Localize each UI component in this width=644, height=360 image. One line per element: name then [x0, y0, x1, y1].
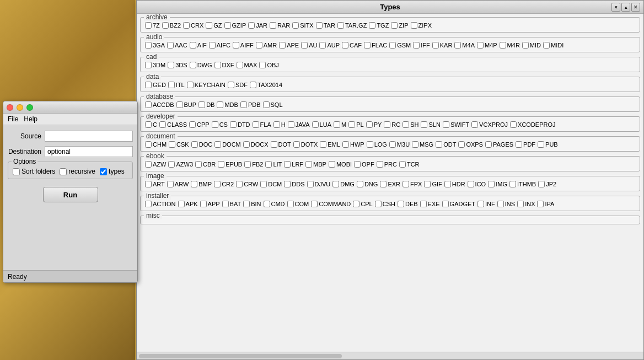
checkbox-epub[interactable]	[218, 161, 224, 168]
label-zipx[interactable]: ZIPX	[418, 22, 432, 29]
label-aifc[interactable]: AIFC	[217, 42, 230, 49]
label-7z[interactable]: 7Z	[153, 22, 160, 29]
types-label[interactable]: types	[100, 168, 125, 175]
label-ico[interactable]: ICO	[475, 181, 486, 187]
checkbox-mid[interactable]	[522, 42, 529, 49]
checkbox-sitx[interactable]	[292, 22, 299, 29]
checkbox-flac[interactable]	[364, 42, 371, 49]
checkbox-bat[interactable]	[222, 201, 229, 207]
label-cbr[interactable]: CBR	[203, 161, 216, 168]
label-java[interactable]: JAVA	[296, 121, 310, 128]
label-max[interactable]: MAX	[244, 62, 257, 68]
label-inf[interactable]: INF	[485, 201, 495, 207]
checkbox-midi[interactable]	[543, 42, 550, 49]
label-mdb[interactable]: MDB	[224, 101, 238, 108]
label-kar[interactable]: KAR	[440, 42, 453, 49]
label-csk[interactable]: CSK	[176, 141, 189, 148]
checkbox-gadget[interactable]	[442, 201, 449, 207]
checkbox-iff[interactable]	[413, 42, 420, 49]
checkbox-art[interactable]	[145, 181, 152, 187]
checkbox-pub[interactable]	[538, 141, 544, 148]
label-tar.gz[interactable]: TAR.GZ	[345, 22, 367, 29]
label-jar[interactable]: JAR	[256, 22, 267, 29]
checkbox-exr[interactable]	[380, 181, 387, 187]
label-csh[interactable]: CSH	[383, 201, 395, 207]
checkbox-keychain[interactable]	[187, 82, 194, 88]
checkbox-vcxproj[interactable]	[471, 121, 478, 128]
checkbox-itl[interactable]	[168, 82, 175, 88]
checkbox-crx[interactable]	[183, 22, 190, 29]
checkbox-xcodeproj[interactable]	[510, 121, 517, 128]
checkbox-gif[interactable]	[424, 181, 431, 187]
label-m3u[interactable]: M3U	[397, 141, 410, 148]
label-lrf[interactable]: LRF	[292, 161, 303, 168]
checkbox-zip[interactable]	[391, 22, 398, 29]
label-img[interactable]: IMG	[496, 181, 507, 187]
label-flac[interactable]: FLAC	[372, 42, 387, 49]
checkbox-com[interactable]	[287, 201, 294, 207]
checkbox-exe[interactable]	[420, 201, 427, 207]
label-djvu[interactable]: DJVU	[315, 181, 331, 187]
checkbox-odt[interactable]	[436, 141, 442, 148]
checkbox-au[interactable]	[301, 42, 308, 49]
label-opf[interactable]: OPF	[362, 161, 374, 168]
checkbox-gzip[interactable]	[224, 22, 231, 29]
checkbox-apk[interactable]	[178, 201, 185, 207]
label-command[interactable]: COMMAND	[319, 201, 351, 207]
label-docx[interactable]: DOCX	[251, 141, 269, 148]
checkbox-mobi[interactable]	[329, 161, 335, 168]
checkbox-docx[interactable]	[243, 141, 250, 148]
label-bup[interactable]: BUP	[184, 101, 197, 108]
recursive-checkbox[interactable]	[60, 168, 67, 175]
label-gadget[interactable]: GADGET	[450, 201, 475, 207]
checkbox-m4r[interactable]	[500, 42, 506, 49]
label-doc[interactable]: DOC	[199, 141, 212, 148]
label-zip[interactable]: ZIP	[399, 22, 408, 29]
checkbox-m[interactable]	[334, 121, 340, 128]
close-button[interactable]	[7, 104, 13, 111]
label-crw[interactable]: CRW	[244, 181, 258, 187]
label-dmg[interactable]: DMG	[340, 181, 355, 187]
label-dcm[interactable]: DCM	[268, 181, 282, 187]
label-aiff[interactable]: AIFF	[240, 42, 254, 49]
label-gz[interactable]: GZ	[213, 22, 222, 29]
label-ithmb[interactable]: ITHMB	[517, 181, 536, 187]
checkbox-dot[interactable]	[271, 141, 277, 148]
label-cpp[interactable]: CPP	[197, 121, 210, 128]
checkbox-dwg[interactable]	[190, 62, 196, 68]
checkbox-pages[interactable]	[485, 141, 492, 148]
label-oxps[interactable]: OXPS	[466, 141, 483, 148]
checkbox-bin[interactable]	[243, 201, 250, 207]
checkbox-aifc[interactable]	[209, 42, 216, 49]
label-mid[interactable]: MID	[530, 42, 541, 49]
checkbox-pl[interactable]	[348, 121, 355, 128]
label-arw[interactable]: ARW	[175, 181, 189, 187]
checkbox-cpp[interactable]	[189, 121, 196, 128]
checkbox-aup[interactable]	[319, 42, 326, 49]
label-cs[interactable]: CS	[219, 121, 228, 128]
label-sln[interactable]: SLN	[428, 121, 440, 128]
label-gsm[interactable]: GSM	[397, 42, 411, 49]
checkbox-tgz[interactable]	[369, 22, 375, 29]
checkbox-sdf[interactable]	[228, 82, 234, 88]
checkbox-ged[interactable]	[145, 82, 152, 88]
label-midi[interactable]: MIDI	[551, 42, 564, 49]
label-keychain[interactable]: KEYCHAIN	[195, 82, 226, 88]
label-ape[interactable]: APE	[287, 42, 299, 49]
label-m4p[interactable]: M4P	[485, 42, 497, 49]
label-xcodeproj[interactable]: XCODEPROJ	[518, 121, 555, 128]
label-dng[interactable]: DNG	[364, 181, 378, 187]
checkbox-cr2[interactable]	[214, 181, 221, 187]
label-cpl[interactable]: CPL	[361, 201, 372, 207]
checkbox-img[interactable]	[488, 181, 495, 187]
label-dds[interactable]: DDS	[292, 181, 304, 187]
checkbox-accdb[interactable]	[145, 101, 152, 108]
checkbox-cpl[interactable]	[353, 201, 359, 207]
checkbox-inf[interactable]	[477, 201, 484, 207]
checkbox-pdb[interactable]	[240, 101, 247, 108]
checkbox-3dm[interactable]	[145, 62, 152, 68]
label-bin[interactable]: BIN	[251, 201, 261, 207]
label-art[interactable]: ART	[153, 181, 165, 187]
checkbox-amr[interactable]	[256, 42, 262, 49]
types-checkbox[interactable]	[100, 168, 107, 175]
